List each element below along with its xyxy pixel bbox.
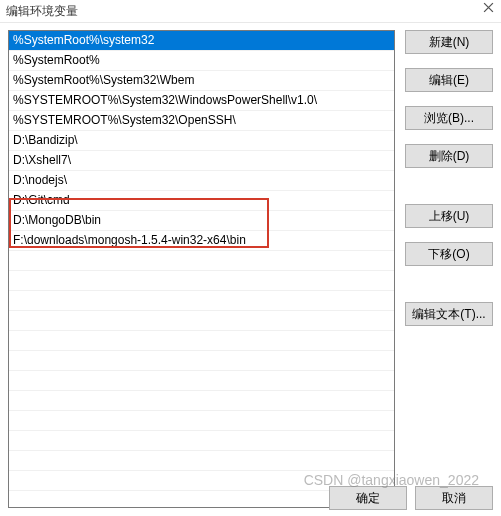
env-var-edit-dialog: 编辑环境变量 %SystemRoot%\system32%SystemRoot%… — [0, 0, 501, 516]
path-entry[interactable]: %SystemRoot%\system32 — [9, 31, 394, 51]
empty-row — [9, 371, 394, 391]
empty-row — [9, 411, 394, 431]
empty-row — [9, 391, 394, 411]
titlebar: 编辑环境变量 — [0, 0, 501, 23]
delete-button[interactable]: 删除(D) — [405, 144, 493, 168]
edit-text-button[interactable]: 编辑文本(T)... — [405, 302, 493, 326]
path-entry[interactable]: %SystemRoot% — [9, 51, 394, 71]
empty-row — [9, 311, 394, 331]
dialog-footer: 确定 取消 — [329, 486, 493, 516]
path-entry[interactable]: %SYSTEMROOT%\System32\WindowsPowerShell\… — [9, 91, 394, 111]
path-entry[interactable]: D:\Xshell7\ — [9, 151, 394, 171]
ok-button[interactable]: 确定 — [329, 486, 407, 510]
path-listbox[interactable]: %SystemRoot%\system32%SystemRoot%%System… — [8, 30, 395, 508]
new-button[interactable]: 新建(N) — [405, 30, 493, 54]
empty-row — [9, 271, 394, 291]
path-entry[interactable]: D:\Git\cmd — [9, 191, 394, 211]
path-entry[interactable]: %SYSTEMROOT%\System32\OpenSSH\ — [9, 111, 394, 131]
path-entry[interactable]: D:\nodejs\ — [9, 171, 394, 191]
move-down-button[interactable]: 下移(O) — [405, 242, 493, 266]
cancel-button[interactable]: 取消 — [415, 486, 493, 510]
path-entry[interactable]: D:\Bandizip\ — [9, 131, 394, 151]
path-entry[interactable]: D:\MongoDB\bin — [9, 211, 394, 231]
edit-button[interactable]: 编辑(E) — [405, 68, 493, 92]
side-buttons: 新建(N) 编辑(E) 浏览(B)... 删除(D) 上移(U) 下移(O) 编… — [405, 30, 493, 508]
browse-button[interactable]: 浏览(B)... — [405, 106, 493, 130]
empty-row — [9, 291, 394, 311]
empty-row — [9, 351, 394, 371]
path-entry[interactable]: %SystemRoot%\System32\Wbem — [9, 71, 394, 91]
empty-row — [9, 431, 394, 451]
empty-row — [9, 251, 394, 271]
empty-row — [9, 331, 394, 351]
close-icon[interactable] — [483, 2, 495, 14]
path-entry[interactable]: F:\downloads\mongosh-1.5.4-win32-x64\bin — [9, 231, 394, 251]
title-text: 编辑环境变量 — [6, 3, 78, 20]
empty-row — [9, 451, 394, 471]
move-up-button[interactable]: 上移(U) — [405, 204, 493, 228]
